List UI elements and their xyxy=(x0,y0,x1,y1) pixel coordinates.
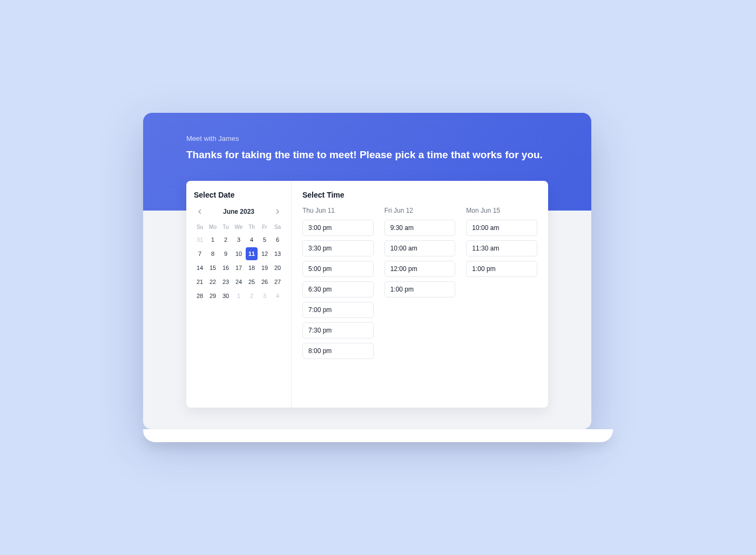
calendar-day[interactable]: 3 xyxy=(259,289,271,302)
calendar-weekday: Tu xyxy=(220,222,232,232)
calendar-day[interactable]: 12 xyxy=(259,247,271,260)
chevron-left-icon xyxy=(197,209,202,214)
calendar-day[interactable]: 9 xyxy=(220,247,232,260)
calendar-day[interactable]: 15 xyxy=(207,261,219,274)
calendar-day[interactable]: 27 xyxy=(272,275,284,288)
time-slot[interactable]: 12:00 pm xyxy=(384,261,456,277)
chevron-right-icon xyxy=(275,209,280,214)
date-panel: Select Date June 2023 SuMoTuWeThFrSa3112… xyxy=(186,181,292,408)
calendar-day[interactable]: 19 xyxy=(259,261,271,274)
calendar-day[interactable]: 5 xyxy=(259,233,271,246)
time-slot[interactable]: 3:30 pm xyxy=(302,240,374,256)
calendar-day[interactable]: 23 xyxy=(220,275,232,288)
calendar-day[interactable]: 7 xyxy=(194,247,206,260)
time-slot[interactable]: 6:30 pm xyxy=(302,281,374,297)
time-slot[interactable]: 11:30 am xyxy=(466,240,537,256)
time-panel: Select Time Thu Jun 113:00 pm3:30 pm5:00… xyxy=(292,181,548,408)
calendar-weekday: Sa xyxy=(272,222,284,232)
calendar-day[interactable]: 3 xyxy=(233,233,245,246)
calendar-day[interactable]: 6 xyxy=(272,233,284,246)
time-slot[interactable]: 10:00 am xyxy=(466,220,537,236)
calendar-day[interactable]: 29 xyxy=(207,289,219,302)
calendar-day[interactable]: 24 xyxy=(233,275,245,288)
calendar-day[interactable]: 16 xyxy=(220,261,232,274)
next-month-button[interactable] xyxy=(273,207,282,216)
calendar-day[interactable]: 2 xyxy=(220,233,232,246)
calendar-nav: June 2023 xyxy=(194,207,284,216)
time-panel-title: Select Time xyxy=(302,191,537,199)
header-title: Thanks for taking the time to meet! Plea… xyxy=(186,148,548,163)
time-column-label: Mon Jun 15 xyxy=(466,207,537,214)
calendar-weekday: Mo xyxy=(207,222,219,232)
calendar-day[interactable]: 8 xyxy=(207,247,219,260)
calendar-weekday: Th xyxy=(246,222,258,232)
time-column-label: Thu Jun 11 xyxy=(302,207,374,214)
calendar-day[interactable]: 22 xyxy=(207,275,219,288)
laptop-base xyxy=(143,429,613,442)
time-slot[interactable]: 10:00 am xyxy=(384,240,456,256)
time-slot[interactable]: 8:00 pm xyxy=(302,343,374,359)
time-slot[interactable]: 3:00 pm xyxy=(302,220,374,236)
calendar-day[interactable]: 30 xyxy=(220,289,232,302)
calendar-weekday: Fr xyxy=(259,222,271,232)
time-slot[interactable]: 9:30 am xyxy=(384,220,456,236)
calendar-weekday: We xyxy=(233,222,245,232)
time-slot[interactable]: 7:30 pm xyxy=(302,322,374,339)
calendar-day[interactable]: 14 xyxy=(194,261,206,274)
calendar-day[interactable]: 4 xyxy=(246,233,258,246)
calendar-day[interactable]: 4 xyxy=(272,289,284,302)
time-column: Thu Jun 113:00 pm3:30 pm5:00 pm6:30 pm7:… xyxy=(302,207,374,363)
calendar-day[interactable]: 21 xyxy=(194,275,206,288)
calendar-day[interactable]: 28 xyxy=(194,289,206,302)
calendar-day[interactable]: 18 xyxy=(246,261,258,274)
calendar-day[interactable]: 11 xyxy=(246,247,258,260)
date-panel-title: Select Date xyxy=(194,191,284,199)
calendar-day[interactable]: 13 xyxy=(272,247,284,260)
calendar-weekday: Su xyxy=(194,222,206,232)
time-slot[interactable]: 1:00 pm xyxy=(466,261,537,277)
time-slot[interactable]: 5:00 pm xyxy=(302,261,374,277)
header-eyebrow: Meet with James xyxy=(186,134,548,143)
time-columns: Thu Jun 113:00 pm3:30 pm5:00 pm6:30 pm7:… xyxy=(302,207,537,363)
booking-window: Meet with James Thanks for taking the ti… xyxy=(143,113,591,430)
booking-card: Select Date June 2023 SuMoTuWeThFrSa3112… xyxy=(186,181,548,408)
time-column: Fri Jun 129:30 am10:00 am12:00 pm1:00 pm xyxy=(384,207,456,363)
calendar-day[interactable]: 31 xyxy=(194,233,206,246)
time-column-label: Fri Jun 12 xyxy=(384,207,456,214)
calendar-month-label: June 2023 xyxy=(223,208,254,215)
time-column: Mon Jun 1510:00 am11:30 am1:00 pm xyxy=(466,207,537,363)
calendar-day[interactable]: 1 xyxy=(207,233,219,246)
calendar-day[interactable]: 26 xyxy=(259,275,271,288)
screen: Meet with James Thanks for taking the ti… xyxy=(143,113,591,430)
time-slot[interactable]: 1:00 pm xyxy=(384,281,456,297)
calendar-day[interactable]: 10 xyxy=(233,247,245,260)
calendar-day[interactable]: 1 xyxy=(233,289,245,302)
prev-month-button[interactable] xyxy=(195,207,205,216)
time-slot[interactable]: 7:00 pm xyxy=(302,302,374,318)
spacer xyxy=(143,408,591,429)
calendar-day[interactable]: 25 xyxy=(246,275,258,288)
calendar-grid: SuMoTuWeThFrSa31123456789101112131415161… xyxy=(194,222,284,302)
calendar-day[interactable]: 2 xyxy=(246,289,258,302)
calendar-day[interactable]: 17 xyxy=(233,261,245,274)
calendar-day[interactable]: 20 xyxy=(272,261,284,274)
